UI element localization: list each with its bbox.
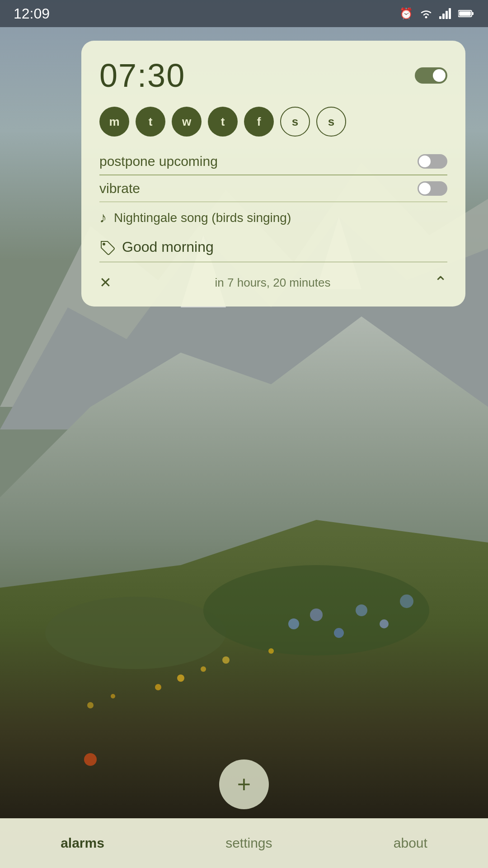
svg-point-15 bbox=[111, 694, 115, 698]
nav-settings-label: settings bbox=[225, 835, 272, 850]
ringtone-name: Nightingale song (birds singing) bbox=[114, 211, 291, 225]
nav-settings[interactable]: settings bbox=[207, 831, 290, 855]
svg-rect-27 bbox=[449, 8, 451, 19]
nav-about-label: about bbox=[394, 835, 427, 850]
day-wednesday[interactable]: w bbox=[172, 107, 202, 137]
svg-point-19 bbox=[356, 604, 367, 616]
day-monday[interactable]: m bbox=[99, 107, 129, 137]
day-tuesday[interactable]: t bbox=[136, 107, 165, 137]
day-saturday[interactable]: s bbox=[280, 107, 310, 137]
svg-point-11 bbox=[155, 684, 161, 690]
svg-point-14 bbox=[87, 702, 94, 708]
status-icons: ⏰ bbox=[399, 7, 474, 20]
nav-alarms-label: alarms bbox=[61, 835, 104, 850]
svg-rect-24 bbox=[439, 16, 441, 19]
wifi-icon bbox=[419, 8, 433, 19]
vibrate-toggle[interactable] bbox=[418, 181, 447, 196]
alarm-main-toggle[interactable] bbox=[415, 67, 447, 84]
svg-point-16 bbox=[288, 618, 299, 629]
svg-point-23 bbox=[425, 16, 427, 19]
svg-rect-29 bbox=[472, 12, 474, 15]
svg-point-18 bbox=[334, 628, 344, 638]
day-sunday[interactable]: s bbox=[316, 107, 346, 137]
time-row: 07:30 bbox=[99, 57, 447, 94]
add-alarm-button[interactable]: + bbox=[219, 760, 269, 809]
svg-rect-25 bbox=[442, 14, 445, 19]
time-until: in 7 hours, 20 minutes bbox=[215, 276, 331, 290]
signal-icon bbox=[439, 8, 452, 19]
postpone-label: postpone upcoming bbox=[99, 154, 218, 169]
add-icon: + bbox=[237, 771, 251, 798]
label-tag-icon bbox=[99, 240, 115, 255]
dismiss-button[interactable]: ✕ bbox=[99, 274, 112, 291]
bottom-nav: alarms settings about bbox=[0, 818, 488, 868]
alarm-icon: ⏰ bbox=[399, 7, 413, 20]
svg-point-20 bbox=[380, 619, 389, 628]
vibrate-row: vibrate bbox=[99, 176, 447, 201]
postpone-row: postpone upcoming bbox=[99, 149, 447, 174]
svg-point-22 bbox=[84, 753, 97, 766]
collapse-button[interactable]: ⌃ bbox=[434, 273, 447, 292]
svg-point-21 bbox=[400, 594, 413, 608]
svg-point-10 bbox=[201, 666, 206, 672]
svg-point-7 bbox=[45, 597, 226, 669]
svg-point-17 bbox=[310, 609, 323, 621]
day-friday[interactable]: f bbox=[244, 107, 274, 137]
music-icon: ♪ bbox=[99, 209, 107, 226]
nav-about[interactable]: about bbox=[375, 831, 446, 855]
divider-1 bbox=[99, 175, 447, 175]
nav-alarms[interactable]: alarms bbox=[42, 831, 122, 855]
svg-rect-30 bbox=[459, 11, 471, 16]
alarm-time[interactable]: 07:30 bbox=[99, 57, 185, 94]
svg-point-31 bbox=[103, 243, 105, 245]
svg-point-9 bbox=[177, 675, 184, 682]
vibrate-label: vibrate bbox=[99, 181, 140, 196]
alarm-label-text: Good morning bbox=[122, 239, 447, 255]
alarm-card: 07:30 m t w t f s s postpone upcoming vi… bbox=[81, 41, 465, 307]
svg-rect-26 bbox=[446, 11, 448, 19]
bottom-row: ✕ in 7 hours, 20 minutes ⌃ bbox=[99, 267, 447, 292]
svg-point-12 bbox=[222, 656, 230, 664]
day-thursday[interactable]: t bbox=[208, 107, 238, 137]
days-row: m t w t f s s bbox=[99, 107, 447, 137]
battery-icon bbox=[458, 9, 474, 18]
music-row[interactable]: ♪ Nightingale song (birds singing) bbox=[99, 203, 447, 232]
postpone-toggle[interactable] bbox=[418, 154, 447, 169]
status-time: 12:09 bbox=[14, 5, 50, 22]
status-bar: 12:09 ⏰ bbox=[0, 0, 488, 27]
divider-2 bbox=[99, 202, 447, 203]
label-row[interactable]: Good morning bbox=[99, 232, 447, 262]
svg-point-13 bbox=[268, 648, 274, 654]
